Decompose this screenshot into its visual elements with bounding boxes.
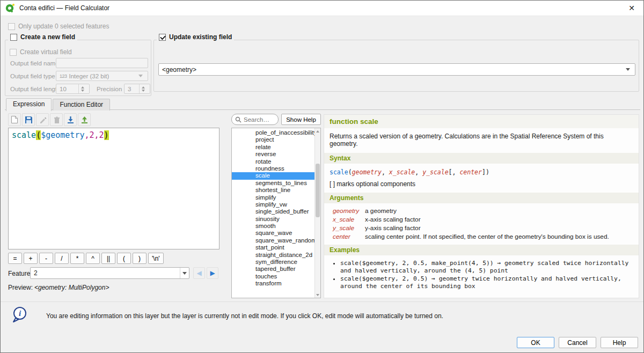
- syntax-note: [ ] marks optional components: [324, 179, 639, 193]
- checkbox-label: Create a new field: [20, 33, 75, 41]
- syntax-part: (: [348, 168, 352, 176]
- help-button[interactable]: Help: [601, 337, 638, 348]
- expression-token: ,2,2: [84, 130, 104, 140]
- save-expression-button[interactable]: [22, 113, 35, 126]
- function-list-item[interactable]: transform: [232, 280, 314, 287]
- operator-button[interactable]: =: [8, 253, 22, 264]
- argument-desc: y-axis scaling factor: [365, 224, 633, 232]
- syntax-part: geometry: [352, 168, 382, 176]
- import-arrow-icon: [67, 116, 75, 124]
- function-list-item[interactable]: simplify_vw: [232, 201, 314, 208]
- function-list-item[interactable]: roundness: [232, 165, 314, 172]
- close-icon[interactable]: ✕: [624, 4, 639, 12]
- field-calculator-dialog: Conta edifici — Field Calculator ✕ Only …: [0, 0, 644, 353]
- checkbox-label: Create virtual field: [20, 48, 72, 56]
- new-file-icon: [10, 115, 19, 124]
- argument-desc: x-axis scaling factor: [365, 216, 633, 223]
- example-item: scale($geometry, 2, 0.5) → geometry twic…: [340, 275, 633, 290]
- window-title: Conta edifici — Field Calculator: [19, 4, 109, 12]
- new-expression-button[interactable]: [8, 113, 21, 126]
- function-help-panel: function scale Returns a scaled version …: [324, 114, 639, 298]
- function-list-item[interactable]: relate: [232, 144, 314, 151]
- function-list-item[interactable]: project: [232, 136, 314, 143]
- create-new-field-checkbox[interactable]: Create a new field: [8, 33, 77, 41]
- function-list-item[interactable]: smooth: [232, 223, 314, 230]
- scroll-down-icon[interactable]: [315, 292, 320, 298]
- operator-button[interactable]: '\n': [148, 253, 164, 264]
- function-list-item[interactable]: scale: [232, 172, 314, 179]
- tab-bar: Expression Function Editor: [6, 98, 111, 111]
- edit-mode-message: You are editing information on this laye…: [46, 312, 443, 320]
- function-list-item[interactable]: shortest_line: [232, 187, 314, 194]
- delete-expression-button: [50, 113, 63, 126]
- function-list-item[interactable]: pole_of_inaccessibility: [232, 129, 314, 136]
- cancel-button[interactable]: Cancel: [559, 337, 596, 348]
- function-list-items: pole_of_inaccessibilityprojectrelatereve…: [232, 129, 314, 288]
- operator-button[interactable]: ): [133, 253, 147, 264]
- function-list-item[interactable]: square_wave_random…: [232, 237, 314, 244]
- footer-divider: [1, 301, 643, 302]
- syntax-part: ,: [382, 168, 389, 176]
- previous-arrow-icon: ◀: [196, 269, 201, 277]
- function-list-item[interactable]: square_wave: [232, 230, 314, 237]
- update-existing-field-checkbox[interactable]: Update existing field: [157, 33, 234, 41]
- function-list-item[interactable]: start_point: [232, 244, 314, 251]
- scrollbar-thumb[interactable]: [316, 164, 320, 217]
- output-field-length-value: 10: [60, 86, 67, 92]
- qgis-logo-icon: [5, 3, 16, 13]
- expression-editor[interactable]: scale($geometry,2,2): [8, 128, 219, 249]
- function-list-item[interactable]: sym_difference: [232, 259, 314, 266]
- function-list-item[interactable]: tapered_buffer: [232, 266, 314, 273]
- previous-feature-button[interactable]: ◀: [193, 267, 205, 279]
- checkbox-box: [10, 49, 17, 56]
- export-expressions-button[interactable]: [78, 113, 91, 126]
- function-list-item[interactable]: reverse: [232, 151, 314, 158]
- ok-button[interactable]: OK: [517, 337, 554, 348]
- function-list-item[interactable]: sinuosity: [232, 216, 314, 223]
- operator-button[interactable]: /: [55, 253, 69, 264]
- checkbox-box: [159, 34, 166, 41]
- feature-combo[interactable]: 2: [30, 267, 189, 279]
- operator-button[interactable]: (: [117, 253, 131, 264]
- next-feature-button[interactable]: ▶: [207, 267, 218, 279]
- function-list-item[interactable]: segments_to_lines: [232, 180, 314, 187]
- syntax-line: scale(geometry, x_scale, y_scale[, cente…: [324, 164, 639, 179]
- function-list-item[interactable]: simplify: [232, 194, 314, 201]
- output-field-length-spinbox: 10: [56, 84, 90, 94]
- syntax-part: y_scale: [422, 168, 448, 176]
- example-item: scale($geometry, 2, 0.5, make_point(4, 5…: [340, 260, 633, 274]
- scroll-up-icon[interactable]: [315, 128, 320, 134]
- function-list-item[interactable]: touches: [232, 273, 314, 280]
- function-list-item[interactable]: rotate: [232, 158, 314, 165]
- info-icon: i: [11, 306, 28, 325]
- operator-button[interactable]: *: [70, 253, 84, 264]
- syntax-part: x_scale: [389, 168, 415, 176]
- preview-label: Preview:: [8, 284, 33, 291]
- only-update-selected-checkbox: Only update 0 selected features: [8, 23, 109, 30]
- tab-function-editor[interactable]: Function Editor: [53, 99, 110, 111]
- search-input[interactable]: [244, 116, 275, 123]
- import-expressions-button[interactable]: [64, 113, 77, 126]
- argument-name: x_scale: [330, 216, 365, 223]
- argument-name: center: [330, 233, 365, 240]
- argument-desc: scaling center point. If not specified, …: [365, 233, 633, 240]
- operator-button[interactable]: ||: [101, 253, 115, 264]
- operator-button[interactable]: +: [24, 253, 38, 264]
- operator-button[interactable]: -: [39, 253, 53, 264]
- existing-field-value: <geometry>: [162, 66, 196, 73]
- function-list-item[interactable]: straight_distance_2d: [232, 252, 314, 259]
- show-help-button[interactable]: Show Help: [281, 114, 321, 125]
- syntax-part: center: [459, 168, 482, 176]
- tab-expression[interactable]: Expression: [6, 98, 52, 111]
- expression-token: (: [36, 130, 41, 140]
- checkbox-label: Only update 0 selected features: [18, 23, 109, 30]
- function-search[interactable]: [231, 114, 279, 125]
- existing-field-combo[interactable]: <geometry>: [158, 63, 635, 76]
- function-list-item[interactable]: single_sided_buffer: [232, 208, 314, 215]
- next-arrow-icon: ▶: [210, 269, 215, 277]
- arguments-header: Arguments: [324, 193, 639, 203]
- operator-button[interactable]: ^: [86, 253, 100, 264]
- function-list-scrollbar[interactable]: [314, 128, 320, 298]
- spinbox-arrows-icon: [78, 84, 86, 93]
- preview-value: <geometry: MultiPolygon>: [34, 284, 109, 291]
